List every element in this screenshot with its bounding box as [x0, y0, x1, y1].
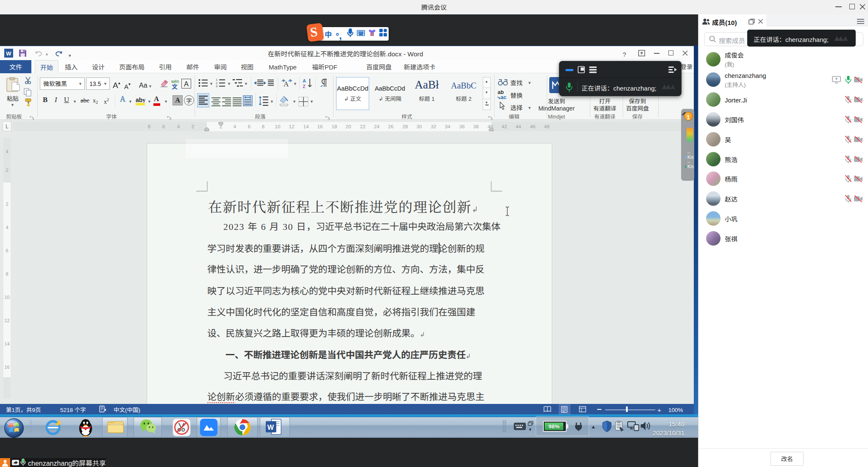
- svg-text:A: A: [303, 78, 306, 83]
- svg-text:A: A: [284, 80, 289, 88]
- svg-text:3: 3: [216, 84, 217, 88]
- svg-text:W: W: [267, 423, 274, 431]
- svg-text:Z: Z: [303, 84, 306, 89]
